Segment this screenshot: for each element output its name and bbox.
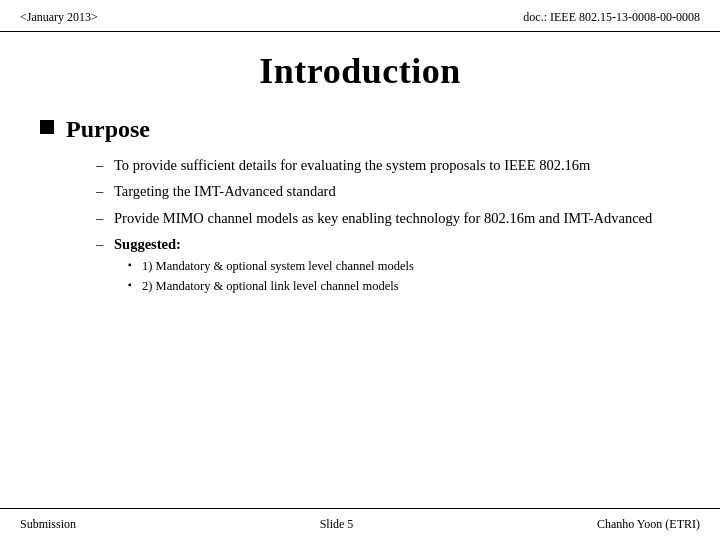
list-item: Provide MIMO channel models as key enabl…	[96, 208, 680, 228]
bullet-square-icon	[40, 120, 54, 134]
header-bar: <January 2013> doc.: IEEE 802.15-13-0008…	[0, 0, 720, 32]
content-area: Purpose To provide sufficient details fo…	[0, 116, 720, 295]
purpose-section: Purpose	[40, 116, 680, 143]
header-date: <January 2013>	[20, 10, 98, 25]
sub-list-item: 2) Mandatory & optional link level chann…	[128, 278, 680, 295]
sub-list-item-text: 2) Mandatory & optional link level chann…	[142, 279, 399, 293]
list-item-text: Provide MIMO channel models as key enabl…	[114, 210, 652, 226]
list-item: Suggested: 1) Mandatory & optional syste…	[96, 234, 680, 295]
sub-bullet-list: 1) Mandatory & optional system level cha…	[114, 258, 680, 295]
sub-list-item: 1) Mandatory & optional system level cha…	[128, 258, 680, 275]
footer-submission: Submission	[20, 517, 76, 532]
purpose-title: Purpose	[66, 116, 150, 143]
footer-bar: Submission Slide 5 Chanho Yoon (ETRI)	[0, 508, 720, 540]
footer-slide: Slide 5	[320, 517, 354, 532]
header-doc: doc.: IEEE 802.15-13-0008-00-0008	[523, 10, 700, 25]
purpose-list: To provide sufficient details for evalua…	[40, 155, 680, 295]
footer-author: Chanho Yoon (ETRI)	[597, 517, 700, 532]
list-item-text: To provide sufficient details for evalua…	[114, 157, 590, 173]
list-item: To provide sufficient details for evalua…	[96, 155, 680, 175]
page-title: Introduction	[0, 50, 720, 92]
list-item: Targeting the IMT-Advanced standard	[96, 181, 680, 201]
list-item-text: Suggested:	[114, 236, 181, 252]
sub-list-item-text: 1) Mandatory & optional system level cha…	[142, 259, 414, 273]
slide: <January 2013> doc.: IEEE 802.15-13-0008…	[0, 0, 720, 540]
list-item-text: Targeting the IMT-Advanced standard	[114, 183, 336, 199]
